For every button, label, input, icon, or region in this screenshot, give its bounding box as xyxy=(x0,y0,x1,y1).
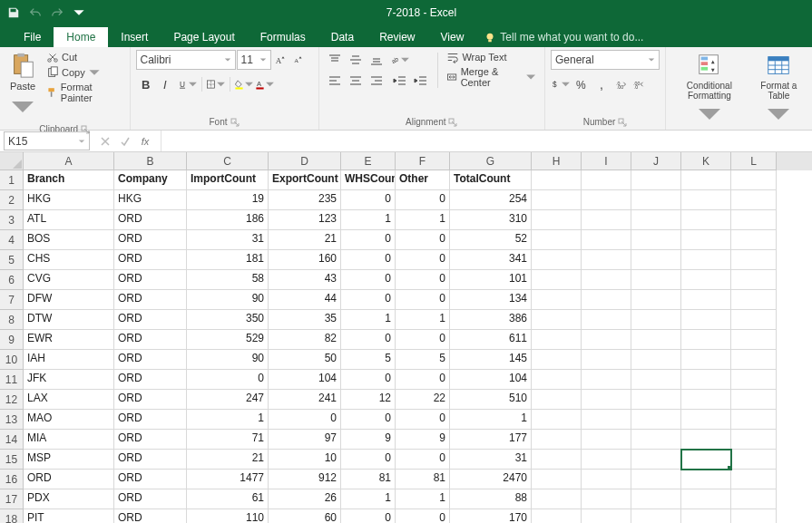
cell[interactable] xyxy=(582,430,631,450)
cell[interactable] xyxy=(731,170,777,190)
cell[interactable]: 1 xyxy=(450,410,532,430)
font-color-button[interactable]: A xyxy=(255,74,275,94)
cell[interactable]: MAO xyxy=(24,410,114,430)
cell[interactable] xyxy=(631,370,681,390)
cell[interactable]: 0 xyxy=(341,370,396,390)
cell[interactable] xyxy=(532,350,582,370)
cell[interactable]: 0 xyxy=(396,370,450,390)
cell[interactable]: 1477 xyxy=(187,470,269,489)
cell[interactable] xyxy=(681,330,731,350)
cell[interactable] xyxy=(532,210,582,230)
accounting-format-button[interactable]: $ xyxy=(551,74,571,94)
cell[interactable] xyxy=(631,410,681,430)
dialog-launcher-icon[interactable] xyxy=(230,118,240,127)
cell[interactable]: ORD xyxy=(114,509,187,523)
cell[interactable]: HKG xyxy=(24,190,114,210)
cell[interactable]: WHSCoun xyxy=(341,170,396,190)
tab-page-layout[interactable]: Page Layout xyxy=(161,27,247,47)
cell[interactable]: Company xyxy=(114,170,187,190)
decrease-font-size-button[interactable]: A xyxy=(289,51,306,69)
cell[interactable]: ORD xyxy=(114,310,187,330)
cell[interactable] xyxy=(631,170,681,190)
cell[interactable] xyxy=(731,430,777,450)
cell[interactable] xyxy=(731,350,777,370)
cell[interactable]: 0 xyxy=(341,330,396,350)
cell[interactable]: JFK xyxy=(24,370,114,390)
cell[interactable] xyxy=(631,190,681,210)
cell[interactable] xyxy=(731,450,777,470)
cell[interactable]: 1 xyxy=(396,489,450,509)
cell[interactable] xyxy=(681,410,731,430)
column-header[interactable]: B xyxy=(114,152,187,170)
cell[interactable]: 0 xyxy=(341,290,396,310)
cell[interactable]: Branch xyxy=(24,170,114,190)
cell[interactable] xyxy=(681,190,731,210)
cell[interactable]: 611 xyxy=(450,330,532,350)
cell[interactable]: ATL xyxy=(24,210,114,230)
cell[interactable] xyxy=(582,370,631,390)
row-header[interactable]: 18 xyxy=(0,509,24,523)
cell[interactable]: 0 xyxy=(341,190,396,210)
cell[interactable]: 123 xyxy=(269,210,341,230)
cell[interactable]: 0 xyxy=(396,250,450,270)
name-box[interactable]: K15 xyxy=(4,131,90,150)
cell[interactable] xyxy=(532,290,582,310)
enter-formula-button[interactable] xyxy=(115,131,135,151)
cell[interactable] xyxy=(681,170,731,190)
cell[interactable]: HKG xyxy=(114,190,187,210)
increase-decimal-button[interactable]: .0.00 xyxy=(613,75,630,93)
cell[interactable]: 0 xyxy=(341,509,396,523)
row-header[interactable]: 14 xyxy=(0,430,24,450)
format-as-table-button[interactable]: Format aTable xyxy=(751,50,807,131)
align-center-button[interactable] xyxy=(346,71,366,91)
cell[interactable]: ORD xyxy=(114,230,187,250)
cell[interactable]: 134 xyxy=(450,290,532,310)
dialog-launcher-icon[interactable] xyxy=(448,118,457,127)
cell[interactable]: 10 xyxy=(269,450,341,470)
cell[interactable]: 82 xyxy=(269,330,341,350)
cell[interactable]: 341 xyxy=(450,250,532,270)
row-header[interactable]: 13 xyxy=(0,410,24,430)
cell[interactable] xyxy=(681,450,731,470)
dialog-launcher-icon[interactable] xyxy=(81,125,90,134)
cell[interactable] xyxy=(681,509,731,523)
row-header[interactable]: 12 xyxy=(0,390,24,410)
cell[interactable] xyxy=(631,489,681,509)
cell[interactable]: 50 xyxy=(269,350,341,370)
cell[interactable]: 1 xyxy=(396,310,450,330)
cell[interactable]: 61 xyxy=(187,489,269,509)
cell[interactable]: 0 xyxy=(341,230,396,250)
cell[interactable]: 12 xyxy=(341,390,396,410)
cell[interactable]: ORD xyxy=(114,270,187,290)
cell[interactable]: 0 xyxy=(341,450,396,470)
cell[interactable]: ExportCount xyxy=(269,170,341,190)
cell[interactable]: 31 xyxy=(450,450,532,470)
percent-format-button[interactable]: % xyxy=(572,74,592,94)
cell[interactable]: 0 xyxy=(396,330,450,350)
row-header[interactable]: 1 xyxy=(0,170,24,190)
cell[interactable] xyxy=(731,509,777,523)
column-header[interactable]: K xyxy=(681,152,731,170)
cell[interactable] xyxy=(631,509,681,523)
cell[interactable]: ORD xyxy=(114,410,187,430)
cell[interactable] xyxy=(582,330,631,350)
cell[interactable] xyxy=(681,489,731,509)
cell[interactable] xyxy=(532,270,582,290)
decrease-decimal-button[interactable]: .00.0 xyxy=(631,75,647,93)
cell[interactable] xyxy=(582,450,631,470)
cell[interactable]: 160 xyxy=(269,250,341,270)
column-header[interactable]: J xyxy=(631,152,681,170)
cell[interactable]: DTW xyxy=(24,310,114,330)
fill-color-button[interactable] xyxy=(234,74,254,94)
cell[interactable] xyxy=(532,230,582,250)
tab-file[interactable]: File xyxy=(11,27,54,47)
cell[interactable] xyxy=(631,310,681,330)
cell[interactable]: 0 xyxy=(396,450,450,470)
cell[interactable]: ORD xyxy=(114,390,187,410)
cell[interactable]: 2470 xyxy=(450,470,532,489)
paste-button[interactable]: Paste xyxy=(5,50,40,122)
font-name-combo[interactable]: Calibri xyxy=(136,50,236,70)
cell[interactable] xyxy=(631,210,681,230)
column-header[interactable]: L xyxy=(731,152,777,170)
qat-customize-icon[interactable] xyxy=(69,3,89,23)
